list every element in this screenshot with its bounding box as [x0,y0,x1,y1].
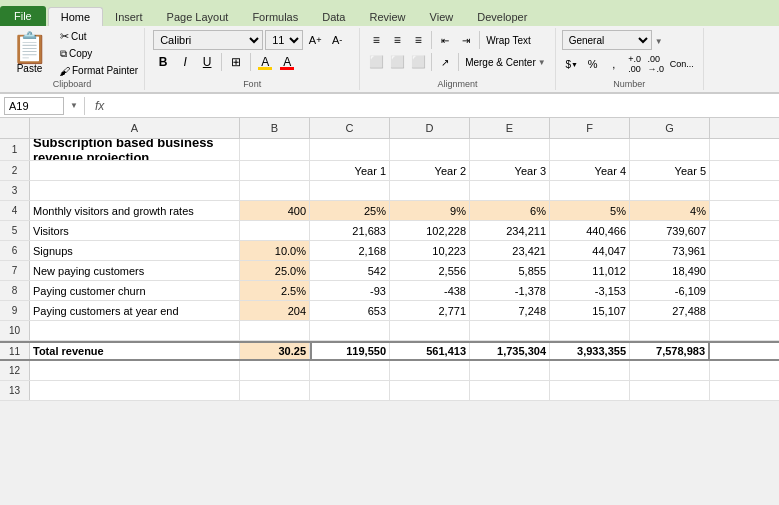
cell-f3[interactable] [550,181,630,200]
cell-a10[interactable] [30,321,240,340]
cut-button[interactable]: ✂ Cut [57,29,140,44]
cell-d4[interactable]: 9% [390,201,470,220]
cell-f13[interactable] [550,381,630,400]
tab-page-layout[interactable]: Page Layout [155,8,241,26]
cell-e10[interactable] [470,321,550,340]
formula-input[interactable] [112,100,775,112]
cell-d2[interactable]: Year 2 [390,161,470,180]
cell-g10[interactable] [630,321,710,340]
cell-a4[interactable]: Monthly visitors and growth rates [30,201,240,220]
cell-g3[interactable] [630,181,710,200]
cell-d10[interactable] [390,321,470,340]
cell-a3[interactable] [30,181,240,200]
tab-developer[interactable]: Developer [465,8,539,26]
paste-button[interactable]: 📋 Paste [4,30,55,76]
cell-c7[interactable]: 542 [310,261,390,280]
cell-reference-box[interactable]: A19 [4,97,64,115]
conditional-format-button[interactable]: Con... [667,57,697,71]
cell-c10[interactable] [310,321,390,340]
cell-d11[interactable]: 561,413 [390,343,470,359]
cell-d13[interactable] [390,381,470,400]
cell-e3[interactable] [470,181,550,200]
cell-e4[interactable]: 6% [470,201,550,220]
cell-b1[interactable] [240,139,310,160]
cell-e5[interactable]: 234,211 [470,221,550,240]
tab-formulas[interactable]: Formulas [240,8,310,26]
border-button[interactable]: ⊞ [226,52,246,72]
merge-center-button[interactable]: Merge & Center ▼ [462,56,549,69]
cell-b12[interactable] [240,361,310,380]
col-header-b[interactable]: B [240,118,310,138]
cell-b8[interactable]: 2.5% [240,281,310,300]
cell-g13[interactable] [630,381,710,400]
cell-f8[interactable]: -3,153 [550,281,630,300]
cell-c9[interactable]: 653 [310,301,390,320]
col-header-c[interactable]: C [310,118,390,138]
cell-a11[interactable]: Total revenue [30,343,240,359]
cell-g5[interactable]: 739,607 [630,221,710,240]
currency-button[interactable]: $▼ [562,54,582,74]
decrease-decimal-button[interactable]: +.0.00 [625,54,645,74]
cell-g4[interactable]: 4% [630,201,710,220]
cell-f10[interactable] [550,321,630,340]
cell-g12[interactable] [630,361,710,380]
align-center-button[interactable]: ⬜ [387,52,407,72]
cell-f12[interactable] [550,361,630,380]
cell-f4[interactable]: 5% [550,201,630,220]
cell-c12[interactable] [310,361,390,380]
cell-a2[interactable] [30,161,240,180]
tab-review[interactable]: Review [357,8,417,26]
cell-c3[interactable] [310,181,390,200]
cell-f11[interactable]: 3,933,355 [550,343,630,359]
cell-d1[interactable] [390,139,470,160]
cell-a5[interactable]: Visitors [30,221,240,240]
cell-c5[interactable]: 21,683 [310,221,390,240]
cell-e7[interactable]: 5,855 [470,261,550,280]
cell-b13[interactable] [240,381,310,400]
cell-b6[interactable]: 10.0% [240,241,310,260]
cell-f1[interactable] [550,139,630,160]
cell-g9[interactable]: 27,488 [630,301,710,320]
tab-view[interactable]: View [418,8,466,26]
underline-button[interactable]: U [197,52,217,72]
cell-a12[interactable] [30,361,240,380]
cell-c6[interactable]: 2,168 [310,241,390,260]
fill-color-button[interactable]: A [255,52,275,72]
cell-d9[interactable]: 2,771 [390,301,470,320]
cell-g7[interactable]: 18,490 [630,261,710,280]
cell-f5[interactable]: 440,466 [550,221,630,240]
cell-e11[interactable]: 1,735,304 [470,343,550,359]
align-top-left-button[interactable]: ≡ [366,30,386,50]
cell-e9[interactable]: 7,248 [470,301,550,320]
cell-b9[interactable]: 204 [240,301,310,320]
cell-c8[interactable]: -93 [310,281,390,300]
align-right-button[interactable]: ⬜ [408,52,428,72]
cell-b5[interactable] [240,221,310,240]
col-header-e[interactable]: E [470,118,550,138]
cell-g6[interactable]: 73,961 [630,241,710,260]
cell-c4[interactable]: 25% [310,201,390,220]
tab-home[interactable]: Home [48,7,103,26]
cell-b3[interactable] [240,181,310,200]
cell-e8[interactable]: -1,378 [470,281,550,300]
orientation-button[interactable]: ↗ [435,52,455,72]
cell-f6[interactable]: 44,047 [550,241,630,260]
comma-button[interactable]: , [604,54,624,74]
cell-c11[interactable]: 119,550 [310,343,390,359]
cell-a1[interactable]: Subscription based business revenue proj… [30,139,240,160]
cell-c1[interactable] [310,139,390,160]
tab-data[interactable]: Data [310,8,357,26]
wrap-text-button[interactable]: Wrap Text [483,34,534,47]
cell-a13[interactable] [30,381,240,400]
cell-b4[interactable]: 400 [240,201,310,220]
font-size-select[interactable]: 11 [265,30,303,50]
cell-d6[interactable]: 10,223 [390,241,470,260]
tab-file[interactable]: File [0,6,46,26]
cell-c2[interactable]: Year 1 [310,161,390,180]
cell-d5[interactable]: 102,228 [390,221,470,240]
col-header-g[interactable]: G [630,118,710,138]
tab-insert[interactable]: Insert [103,8,155,26]
align-top-right-button[interactable]: ≡ [408,30,428,50]
cell-e13[interactable] [470,381,550,400]
cell-b7[interactable]: 25.0% [240,261,310,280]
